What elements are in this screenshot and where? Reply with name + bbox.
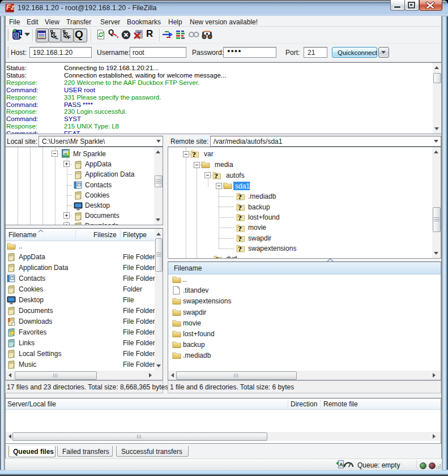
svg-text:F: F xyxy=(68,35,71,40)
svg-text:A: A xyxy=(339,461,343,468)
svg-text:L: L xyxy=(56,35,59,40)
